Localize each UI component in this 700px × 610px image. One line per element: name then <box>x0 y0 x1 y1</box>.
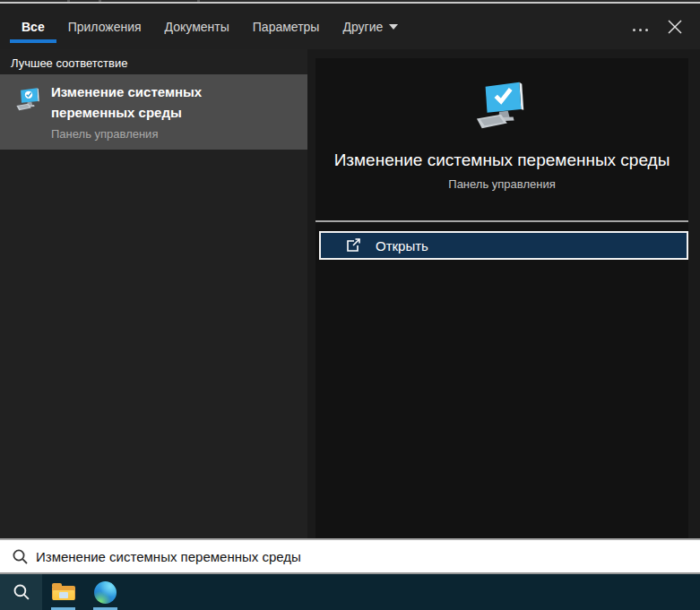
preview-gutter: Изменение системных переменных среды Пан… <box>307 49 700 538</box>
result-item-environment-variables[interactable]: Изменение системных переменных среды Пан… <box>0 74 307 150</box>
result-subtitle: Панель управления <box>51 127 253 141</box>
search-results-area: Лучшее соответствие Изменение системных … <box>0 49 700 538</box>
close-button[interactable] <box>657 4 693 49</box>
edge-browser-icon <box>94 581 117 604</box>
search-input-value: Изменение системных переменных среды <box>36 549 301 564</box>
file-explorer-icon <box>52 583 75 602</box>
preview-title: Изменение системных переменных среды <box>334 150 670 170</box>
tab-apps[interactable]: Приложения <box>56 4 153 49</box>
open-action-label: Открыть <box>376 238 428 253</box>
clipped-window-above <box>0 0 700 2</box>
ellipsis-icon <box>633 29 635 31</box>
separator <box>315 220 688 222</box>
more-options-button[interactable] <box>624 11 657 49</box>
system-pc-check-icon <box>15 86 42 113</box>
search-input[interactable]: Изменение системных переменных среды <box>0 538 700 574</box>
tab-all-label: Все <box>22 20 45 34</box>
taskbar <box>0 574 700 610</box>
result-title: Изменение системных переменных среды <box>51 82 253 123</box>
tab-all[interactable]: Все <box>10 4 56 49</box>
tab-apps-label: Приложения <box>68 20 142 34</box>
tab-more[interactable]: Другие <box>331 4 410 49</box>
tab-settings[interactable]: Параметры <box>241 4 332 49</box>
search-icon <box>12 548 29 565</box>
tab-more-label: Другие <box>342 20 383 34</box>
preview-panel: Изменение системных переменных среды Пан… <box>315 58 688 538</box>
preview-subtitle: Панель управления <box>448 177 555 191</box>
results-list-panel: Лучшее соответствие Изменение системных … <box>0 49 307 538</box>
tab-documents-label: Документы <box>165 20 229 34</box>
search-icon <box>13 583 30 601</box>
best-match-header: Лучшее соответствие <box>0 49 307 74</box>
taskbar-file-explorer-button[interactable] <box>42 574 84 610</box>
search-filter-tabs: Все Приложения Документы Параметры Други… <box>0 4 700 49</box>
close-icon <box>668 20 682 34</box>
system-pc-check-icon-large <box>474 78 530 133</box>
taskbar-edge-button[interactable] <box>84 574 126 610</box>
tab-settings-label: Параметры <box>253 20 320 34</box>
chevron-down-icon <box>389 24 398 30</box>
open-action-button[interactable]: Открыть <box>319 231 688 260</box>
open-external-icon <box>345 238 361 253</box>
taskbar-search-button[interactable] <box>0 574 42 610</box>
tab-documents[interactable]: Документы <box>153 4 241 49</box>
